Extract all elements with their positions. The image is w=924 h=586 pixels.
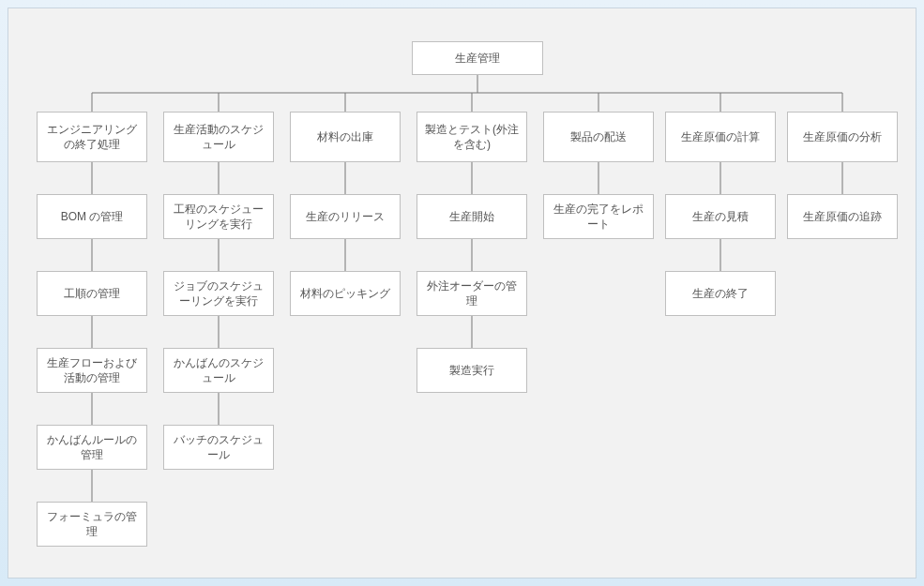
node-2-0: 生産のリリース [290,194,401,239]
node-3-1: 外注オーダーの管理 [417,271,527,316]
col-header-0: エンジニアリングの終了処理 [37,112,147,162]
node-1-2: かんばんのスケジュール [163,348,274,393]
node-1-1: ジョブのスケジューリングを実行 [163,271,274,316]
node-6-0: 生産原価の追跡 [787,194,898,239]
node-5-1: 生産の終了 [665,271,776,316]
node-0-1: 工順の管理 [37,271,147,316]
col-header-3: 製造とテスト(外注を含む) [417,112,527,162]
node-0-0: BOM の管理 [37,194,147,239]
node-0-4: フォーミュラの管理 [37,502,147,547]
node-0-2: 生産フローおよび活動の管理 [37,348,147,393]
node-3-2: 製造実行 [417,348,527,393]
node-0-3: かんばんルールの管理 [37,425,147,470]
node-1-3: バッチのスケジュール [163,425,274,470]
node-2-1: 材料のピッキング [290,271,401,316]
col-header-2: 材料の出庫 [290,112,401,162]
col-header-4: 製品の配送 [543,112,654,162]
node-3-0: 生産開始 [417,194,527,239]
diagram-canvas: 生産管理エンジニアリングの終了処理BOM の管理工順の管理生産フローおよび活動の… [8,8,916,578]
node-5-0: 生産の見積 [665,194,776,239]
col-header-1: 生産活動のスケジュール [163,112,274,162]
node-4-0: 生産の完了をレポート [543,194,654,239]
col-header-6: 生産原価の分析 [787,112,898,162]
root-node: 生産管理 [412,41,543,75]
col-header-5: 生産原価の計算 [665,112,776,162]
node-1-0: 工程のスケジューリングを実行 [163,194,274,239]
